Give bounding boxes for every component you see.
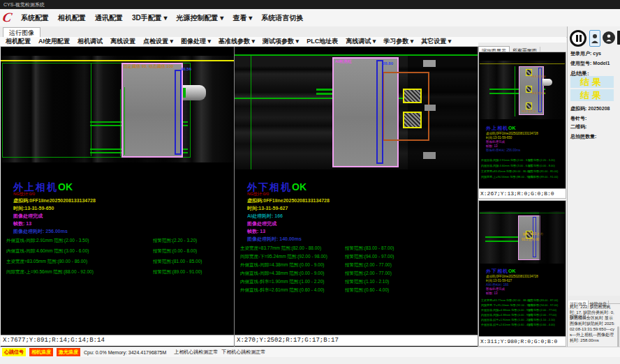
measure-rect bbox=[175, 70, 182, 155]
info-tab-row: 运行信息缺陷信息报警信息 bbox=[568, 296, 620, 304]
menu-view[interactable]: 查看 ▾ bbox=[232, 13, 252, 23]
menu-camera-config[interactable]: 相机配置 bbox=[58, 13, 86, 23]
ai-elapsed-line: AI处理耗时: 166 bbox=[486, 283, 508, 287]
result-ok-text: OK bbox=[292, 181, 307, 192]
defect-label: 93.5 左右.00 bbox=[522, 238, 539, 241]
pause-button[interactable] bbox=[570, 30, 586, 47]
exit-button[interactable] bbox=[617, 30, 620, 45]
barcode-label: 虚拟码: 20250208 bbox=[570, 105, 610, 112]
pixel-coordinate-bar: X:7677;Y:891;R:14;G:14;B:14 bbox=[1, 335, 234, 346]
alarm-range-text: 报警范围:(0.00 - 8.00) bbox=[153, 248, 197, 255]
menu-3d-config[interactable]: 3D手配置 ▾ bbox=[132, 13, 168, 23]
defect-rect bbox=[403, 112, 422, 128]
frames-line: 帧数: 13 bbox=[486, 291, 498, 295]
tool-ai-config[interactable]: AI使用配置 bbox=[38, 37, 70, 46]
login-user-button[interactable] bbox=[589, 30, 600, 47]
small-camera-canvas[interactable]: 93.5 左右.0 93.5 左右.0 93.5 左右.0 bbox=[480, 61, 565, 119]
tool-other-setting[interactable]: 其它设置 ▾ bbox=[421, 37, 451, 46]
tab-run-image[interactable]: 运行图像 bbox=[3, 27, 40, 38]
time-line: 时间:13-31-59-650 bbox=[13, 205, 54, 212]
app-logo-icon: C bbox=[1, 10, 19, 25]
barcode-line: 虚拟码:0FF1line20250208133134728 bbox=[486, 275, 538, 278]
tool-spotcheck-setting[interactable]: 点检设置 ▾ bbox=[143, 37, 173, 46]
tool-test-params[interactable]: 测试项参数 ▾ bbox=[263, 37, 299, 46]
menu-light-config[interactable]: 光源控制配置 ▾ bbox=[177, 13, 224, 23]
barcode-line: 虚拟码:0FF1line20250208133134728 bbox=[486, 132, 538, 135]
mid-camera-canvas[interactable]: AI检测框 28.80 bbox=[235, 54, 478, 169]
alarm-range-text: 报警范围:(94.00 - 97.00) bbox=[345, 254, 394, 260]
defect-rect bbox=[526, 103, 532, 109]
metal-pin-part bbox=[542, 79, 552, 86]
result-ok-text: OK bbox=[508, 268, 516, 273]
defect-label: 93.5 左右.0 bbox=[522, 109, 536, 113]
reel-number-label: 卷针号: bbox=[570, 115, 586, 122]
clamp-part bbox=[423, 60, 436, 67]
measurement-text: 间隙宽度-下=95.24mm 范围:(92.00 - 98.00) bbox=[240, 254, 327, 260]
title-bar: CYS-视觉检测系统 bbox=[0, 0, 620, 9]
measurement-text: 外侧直线-间隙:2.91mm 范围:(2.00 - 3.50) bbox=[481, 158, 532, 162]
measure-rect bbox=[376, 60, 383, 164]
measurement-text: 主梁宽度=83.77mm 范围:(82.00 - 88.00) bbox=[481, 298, 531, 302]
green-vline bbox=[120, 89, 121, 156]
measure-label: 90.56 bbox=[181, 67, 191, 71]
result-ok-text: OK bbox=[508, 126, 516, 130]
ai-detect-rect bbox=[383, 72, 429, 141]
tool-baseline-params[interactable]: 基准线参数 ▾ bbox=[219, 37, 255, 46]
measurement-text: 外侧直线-间隙=4.38mm 范围:(0.00 - 9.00) bbox=[240, 262, 324, 268]
frames-line: 帧数: 13 bbox=[486, 144, 498, 148]
time-line: 时间:13-31-59-627 bbox=[247, 205, 288, 212]
left-camera-view[interactable]: 90.56 固定阈值:93, 动态阈值:100 外上相机OK NG统计:0/0 … bbox=[1, 47, 234, 347]
alarm-range-text: 报警范围:(2.00 - 77.00) bbox=[528, 313, 556, 317]
measurement-text: 间隙宽度-上=90.56mm 范围:(88.00 - 92.00) bbox=[6, 269, 94, 275]
tool-offline-debug[interactable]: 离线调试 ▾ bbox=[346, 37, 376, 46]
tool-offline-setting[interactable]: 离线设置 bbox=[110, 37, 135, 46]
barcode-line: 虚拟码:0FF1line20250208133134728 bbox=[13, 197, 96, 204]
threshold-label: 固定阈值:93, 动态阈值:100 bbox=[124, 63, 173, 70]
exit-door-icon bbox=[617, 30, 620, 45]
green-vline bbox=[91, 63, 91, 156]
alarm-range-text: 报警范围:(2.00 - 77.00) bbox=[345, 271, 392, 277]
small-camera-canvas[interactable]: 缺陷 93.5 左右 93.5 左右.00 bbox=[480, 211, 565, 264]
preview-tab-row: 缩放图显示所有画面图运动画面图 bbox=[478, 43, 566, 52]
done-line: 图像处理完成 bbox=[486, 140, 505, 144]
tool-camera-debug[interactable]: 相机调试 bbox=[78, 37, 103, 46]
ng-stat-text: NG统计:0/0 bbox=[13, 191, 35, 197]
pixel-coordinate-bar: X:267;Y:13;R:0;G:0;B:0 bbox=[479, 188, 566, 198]
menu-language-switch[interactable]: 系统语言切换 bbox=[261, 13, 303, 23]
alarm-range-text: 报警范围:(81.00 - 85.00) bbox=[153, 259, 202, 265]
status-bar: 心跳信号 相机温度 激光温度 Cpu: 0.0% Memory: 3424.41… bbox=[0, 347, 620, 357]
menu-comm-config[interactable]: 通讯配置 bbox=[95, 13, 123, 23]
upper-camera-heartbeat-text: 上相机心跳检测正常 bbox=[174, 349, 218, 356]
elapsed-line: 图像处理耗时: 256.00ms bbox=[13, 228, 68, 235]
tool-learn-params[interactable]: 学习参数 ▾ bbox=[383, 37, 413, 46]
elapsed-line: 图像处理耗时: 256.00ms bbox=[486, 149, 520, 152]
elapsed-line: 图像处理耗时: 140.00ms bbox=[247, 236, 302, 243]
left-camera-canvas[interactable]: 90.56 固定阈值:93, 动态阈值:100 bbox=[1, 56, 234, 162]
pause-icon bbox=[576, 35, 578, 42]
login-user-label: 登录用户: cys bbox=[570, 50, 601, 57]
pixel-coordinate-bar: X:311;Y:980;R:0;G:0;B:0 bbox=[479, 336, 566, 346]
account-button[interactable] bbox=[603, 31, 615, 44]
tool-image-processing[interactable]: 图像处理 ▾ bbox=[181, 37, 211, 46]
tool-camera-config[interactable]: 相机配置 bbox=[6, 37, 31, 46]
small-view-bottom[interactable]: 缺陷 93.5 左右 93.5 左右.00 外下相机OK 虚拟码:0FF1lin… bbox=[478, 200, 566, 347]
ai-roi-label: AI检测框 bbox=[335, 59, 352, 65]
barcode-line: 虚拟码:0FF1line20250208133134728 bbox=[247, 197, 330, 204]
mid-camera-view[interactable]: AI检测框 28.80 外下相机OK NG统计:0/0 虚拟码:0FF1line… bbox=[235, 47, 478, 347]
cpu-memory-text: Cpu: 0.0% Memory: 3424.41796875M bbox=[84, 350, 166, 355]
measure-label: 28.80 bbox=[383, 61, 393, 66]
result-ok-text: OK bbox=[58, 181, 73, 192]
defect-label: 93.5 左右.0 bbox=[531, 91, 545, 95]
ng-stat-text: NG统计:0/0 bbox=[247, 191, 269, 197]
alarm-range-text: 报警范围:(94.00 - 97.00) bbox=[528, 303, 558, 307]
measurement-text: 间隙宽度-下=95.24mm 范围:(92.00 - 98.00) bbox=[481, 303, 535, 307]
alarm-range-text: 报警范围:(89.00 - 91.00) bbox=[528, 175, 558, 179]
run-log-text: 耗时: 222, 缺陷检测耗时: 17, 缺陷分类耗时: 0, 缺陷模块分区耗时… bbox=[570, 304, 616, 343]
menu-items: 系统配置 相机配置 通讯配置 3D手配置 ▾ 光源控制配置 ▾ 查看 ▾ 系统语… bbox=[21, 9, 303, 26]
alarm-range-text: 报警范围:(2.20 - 3.20) bbox=[528, 158, 555, 162]
measurement-text: 外侧直线-斜率=2.61mm 范围:(0.60 - 4.00) bbox=[481, 323, 533, 326]
tool-plc-address[interactable]: PLC地址表 bbox=[307, 37, 338, 46]
measure-rect bbox=[533, 217, 536, 257]
menu-system-config[interactable]: 系统配置 bbox=[21, 13, 49, 23]
small-view-top[interactable]: 93.5 左右.0 93.5 左右.0 93.5 左右.0 外上相机OK 虚拟码… bbox=[478, 52, 566, 199]
